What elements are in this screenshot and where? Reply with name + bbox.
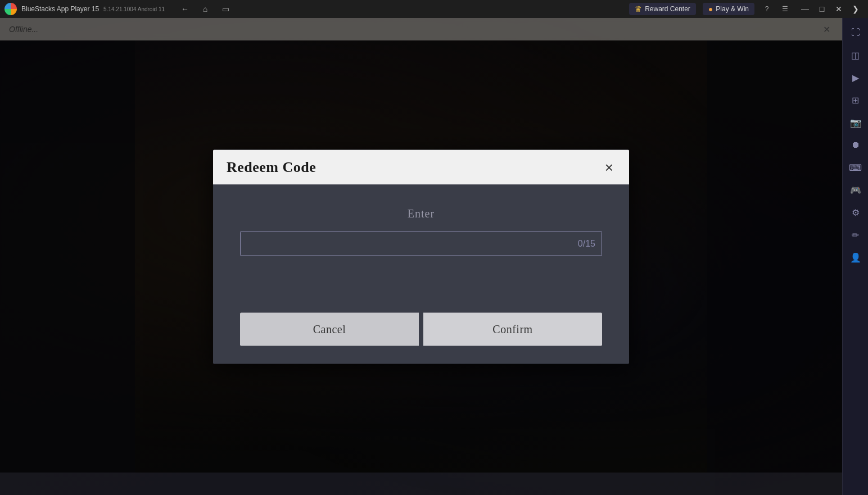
modal-title: Redeem Code	[227, 158, 316, 175]
titlebar-right: ♛ Reward Center ● Play & Win ? ☰ — □ ✕ ❯	[629, 1, 864, 17]
layers-sidebar-icon[interactable]: ◫	[846, 45, 866, 65]
brush-sidebar-icon[interactable]: ✏	[846, 225, 866, 245]
nav-buttons: ← ⌂ ▭	[178, 2, 232, 16]
app-version: 5.14.21.1004 Android 11	[103, 6, 165, 12]
redeem-code-modal: Redeem Code × Enter 0/15 Cancel Confirm	[213, 149, 629, 364]
minimize-button[interactable]: —	[797, 1, 813, 17]
settings-sidebar-icon[interactable]: ⚙	[846, 202, 866, 222]
user-sidebar-icon[interactable]: 👤	[846, 247, 866, 267]
help-button[interactable]: ?	[761, 3, 772, 15]
close-button[interactable]: ✕	[831, 1, 847, 17]
redeem-code-input[interactable]	[240, 231, 602, 256]
reward-center-button[interactable]: ♛ Reward Center	[629, 3, 696, 15]
crown-icon: ♛	[635, 4, 642, 13]
back-button[interactable]: ←	[178, 2, 192, 16]
menu-button[interactable]: ☰	[779, 3, 790, 15]
bluestacks-logo	[4, 3, 17, 15]
play-win-button[interactable]: ● Play & Win	[703, 3, 754, 15]
reward-center-label: Reward Center	[645, 5, 690, 13]
app-name: BlueStacks App Player 15	[21, 5, 99, 13]
cancel-button[interactable]: Cancel	[240, 312, 419, 346]
home-button[interactable]: ⌂	[198, 2, 212, 16]
media-sidebar-icon[interactable]: ▶	[846, 67, 866, 88]
game-content-area: Offline... ✕ Redeem Code × Enter 0/15 Ca…	[0, 18, 842, 495]
maximize-button[interactable]: □	[814, 1, 830, 17]
code-input-wrapper: 0/15	[240, 231, 602, 256]
record-sidebar-icon[interactable]: ⏺	[846, 135, 866, 155]
modal-header: Redeem Code ×	[213, 149, 629, 184]
coin-icon: ●	[708, 4, 713, 13]
play-win-label: Play & Win	[716, 5, 749, 13]
gamepad-sidebar-icon[interactable]: 🎮	[846, 180, 866, 200]
modal-body: Enter 0/15	[213, 184, 629, 308]
confirm-button[interactable]: Confirm	[423, 312, 602, 346]
titlebar: BlueStacks App Player 15 5.14.21.1004 An…	[0, 0, 868, 18]
keyboard-sidebar-icon[interactable]: ⌨	[846, 157, 866, 178]
grid-sidebar-icon[interactable]: ⊞	[846, 90, 866, 110]
layers-button[interactable]: ▭	[219, 2, 232, 16]
modal-footer: Cancel Confirm	[213, 308, 629, 364]
modal-close-button[interactable]: ×	[603, 160, 616, 174]
enter-label: Enter	[408, 207, 435, 220]
camera-sidebar-icon[interactable]: 📷	[846, 112, 866, 133]
window-controls: — □ ✕ ❯	[797, 1, 864, 17]
right-sidebar: ⛶ ◫ ▶ ⊞ 📷 ⏺ ⌨ 🎮 ⚙ ✏ 👤	[842, 18, 868, 495]
sidebar-toggle-button[interactable]: ❯	[848, 1, 864, 17]
expand-sidebar-icon[interactable]: ⛶	[846, 22, 866, 43]
